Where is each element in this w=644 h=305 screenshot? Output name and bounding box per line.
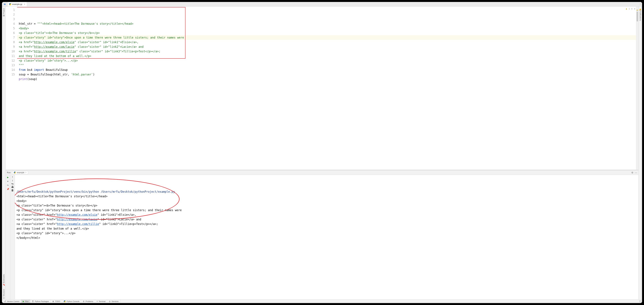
next-highlight-icon[interactable]: ∨ xyxy=(634,8,636,10)
print-button[interactable]: 🖶 xyxy=(11,186,14,188)
python-packages-button[interactable]: ☰ Python Packages xyxy=(30,300,51,303)
version-control-button[interactable]: ⎇ Version Control xyxy=(2,300,21,303)
editor-tabbar: example.py × ⋮ xyxy=(2,2,642,6)
project-tool-button[interactable]: ▤ Project xyxy=(3,8,5,18)
scroll-down-button[interactable]: ↓ xyxy=(12,179,13,182)
layout-button[interactable]: ⇋ xyxy=(6,184,10,187)
close-icon[interactable]: × xyxy=(25,172,26,174)
soft-wrap-button[interactable]: ⇋ xyxy=(11,182,14,185)
inspection-badges[interactable]: ▲ 1 ∧ ∨ xyxy=(626,8,636,10)
code-area[interactable]: html_str = """<html><head><title>The Dor… xyxy=(17,6,638,170)
run-toolbar-col2: ↑ ↓ ⇋ 🖶 🗑 xyxy=(10,175,15,300)
warning-icon: ▲ xyxy=(626,8,627,10)
structure-tool-button[interactable]: ⌬ Structure xyxy=(3,288,5,300)
status-square-icon[interactable] xyxy=(640,300,641,302)
problems-button[interactable]: ⊘ Problems xyxy=(81,300,95,303)
play-icon: ▶ xyxy=(23,300,24,302)
ide-window: example.py × ⋮ ▤ Project 🔖 Bookmarks ⌬ S… xyxy=(2,2,642,303)
python-console-button[interactable]: Python Console xyxy=(62,300,81,303)
clear-button[interactable]: 🗑 xyxy=(11,189,14,192)
bookmarks-tool-button[interactable]: 🔖 Bookmarks xyxy=(3,274,5,287)
stop-button[interactable]: ■ xyxy=(6,180,10,183)
python-icon xyxy=(64,300,66,302)
line-gutter[interactable]: 123456789101112131415 xyxy=(6,6,17,170)
svg-rect-1 xyxy=(4,4,4,4)
scroll-up-button[interactable]: ↑ xyxy=(12,176,13,178)
structure-icon: ⌬ xyxy=(3,297,5,299)
kebab-icon[interactable]: ⋮ xyxy=(638,2,642,6)
left-tool-strip: ▤ Project 🔖 Bookmarks ⌬ Structure xyxy=(2,6,6,300)
scrollbar-thumb[interactable] xyxy=(636,12,638,22)
hide-panel-icon[interactable]: — xyxy=(635,171,637,174)
pin-button[interactable]: 📌 xyxy=(6,188,10,191)
python-file-icon xyxy=(9,3,11,5)
right-tool-strip: 🔔 Notifications xyxy=(638,6,642,300)
run-output[interactable]: /Users/mrfu/Desktok/pythonProject/venv/b… xyxy=(15,175,638,300)
branch-icon: ⎇ xyxy=(4,300,6,302)
code-editor[interactable]: 123456789101112131415 html_str = """<htm… xyxy=(6,6,638,170)
services-icon: ◎ xyxy=(109,300,110,302)
gear-icon[interactable]: ⚙ xyxy=(631,171,634,174)
bookmark-icon: 🔖 xyxy=(3,284,5,286)
rerun-button[interactable]: ▶ xyxy=(6,176,10,179)
terminal-button[interactable]: ⌑ Terminal xyxy=(95,300,108,303)
run-panel-title: Run: xyxy=(7,172,11,174)
notifications-tool-button[interactable]: 🔔 Notifications xyxy=(639,8,641,22)
tab-filename: example.py xyxy=(12,3,22,6)
run-panel: Run: example × ⚙ — ▶ ■ ⇋ 📌 xyxy=(6,170,638,300)
todo-icon: ≣ xyxy=(52,300,54,302)
folder-icon: ▤ xyxy=(3,14,5,17)
python-run-icon xyxy=(14,172,16,174)
problems-icon: ⊘ xyxy=(83,300,84,302)
package-icon: ☰ xyxy=(32,300,34,302)
services-button[interactable]: ◎ Services xyxy=(107,300,120,303)
bell-icon: 🔔 xyxy=(639,8,641,10)
run-config-tab[interactable]: example × xyxy=(12,171,28,174)
terminal-icon: ⌑ xyxy=(97,300,98,302)
todo-button[interactable]: ≣ TODO xyxy=(51,300,62,303)
editor-tab-example[interactable]: example.py × xyxy=(8,2,27,6)
project-dropdown-icon[interactable] xyxy=(2,2,8,6)
close-icon[interactable]: × xyxy=(24,3,25,6)
prev-highlight-icon[interactable]: ∧ xyxy=(631,8,633,10)
status-bar: ⎇ Version Control ▶ Run ☰ Python Package… xyxy=(2,300,642,303)
run-tool-button[interactable]: ▶ Run xyxy=(21,300,30,303)
run-toolbar-col1: ▶ ■ ⇋ 📌 xyxy=(6,175,10,300)
scrollbar-warning-mark xyxy=(636,10,638,10)
warning-count: 1 xyxy=(629,8,630,10)
